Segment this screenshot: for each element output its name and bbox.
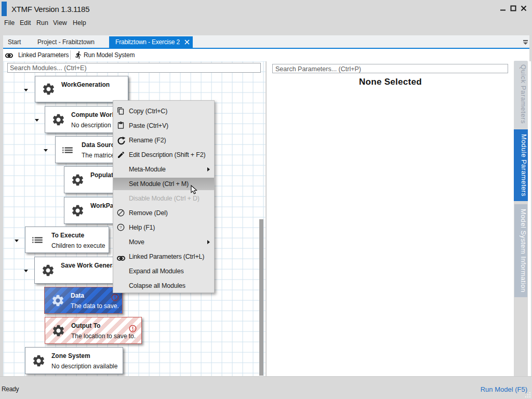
svg-text:?: ? [119,225,122,230]
